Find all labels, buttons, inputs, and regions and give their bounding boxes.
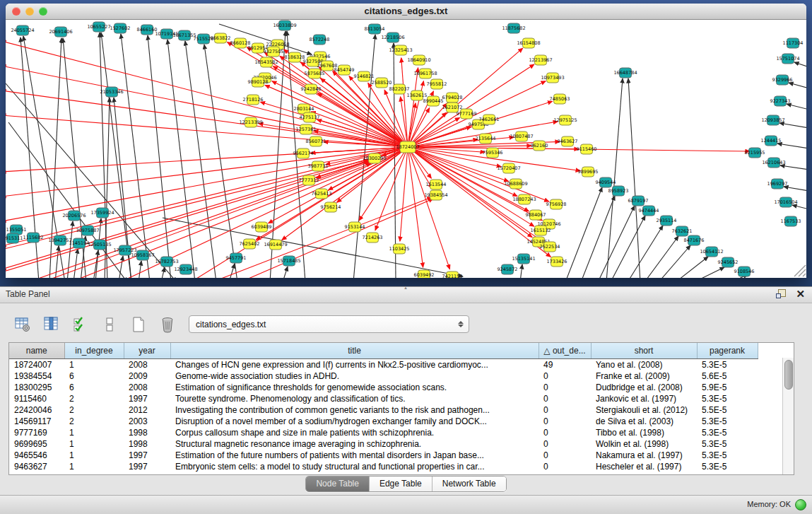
table-cell[interactable]: Stergiakouli et al. (2012) xyxy=(591,404,697,416)
table-cell[interactable]: 0 xyxy=(539,404,591,416)
graph-node[interactable]: 11875682 xyxy=(502,23,525,33)
table-cell[interactable]: 5.3E-5 xyxy=(697,461,758,472)
graph-node[interactable]: 10973493 xyxy=(541,73,564,83)
table-cell[interactable]: 5.3E-5 xyxy=(697,450,758,461)
table-cell[interactable]: Hescheler et al. (1997) xyxy=(591,461,697,472)
graph-node[interactable]: 7214263 xyxy=(363,233,383,243)
table-cell[interactable]: 0 xyxy=(539,438,591,450)
graph-node[interactable]: 9245652 xyxy=(718,257,739,267)
graph-node[interactable]: 12325413 xyxy=(389,45,412,55)
table-cell[interactable]: 5.3E-5 xyxy=(697,427,758,438)
graph-node[interactable]: 9245872 xyxy=(498,264,518,274)
table-row[interactable]: 1456911722003Disruption of a novel membe… xyxy=(9,416,758,427)
table-cell[interactable]: 2 xyxy=(64,393,124,404)
graph-node[interactable]: 8813054 xyxy=(365,24,385,34)
graph-node[interactable]: 8466160 xyxy=(137,25,158,35)
graph-node[interactable]: 16648784 xyxy=(613,68,637,78)
graph-node[interactable]: 20206576 xyxy=(62,211,86,221)
graph-node[interactable]: 8572248 xyxy=(310,35,330,45)
graph-node[interactable]: 21053346 xyxy=(100,87,123,97)
close-panel-icon[interactable]: ✕ xyxy=(796,288,805,300)
graph-node[interactable]: 8471676 xyxy=(684,235,705,245)
table-cell[interactable]: Nakamura et al. (1997) xyxy=(591,450,697,461)
table-cell[interactable]: 9465546 xyxy=(9,450,64,461)
table-cell[interactable]: 2012 xyxy=(124,404,170,416)
close-window-icon[interactable] xyxy=(12,7,20,16)
table-cell[interactable]: Investigating the contribution of common… xyxy=(170,404,539,416)
graph-node[interactable]: 1117304 xyxy=(783,38,804,48)
column-header-out_de[interactable]: △ out_de... xyxy=(539,343,591,359)
table-mode-icon[interactable] xyxy=(13,315,33,334)
scrollbar-thumb[interactable] xyxy=(784,360,793,390)
table-cell[interactable]: Estimation of significance thresholds fo… xyxy=(170,382,539,393)
graph-node[interactable]: 9329966 xyxy=(772,75,793,85)
graph-node[interactable]: 2935114 xyxy=(657,216,677,226)
table-cell[interactable]: Estimation of the future numbers of pati… xyxy=(170,450,539,461)
graph-node[interactable]: 9899695 xyxy=(578,167,599,177)
graph-node[interactable]: 8215955 xyxy=(745,148,765,158)
table-row[interactable]: 969969511998Structural magnetic resonanc… xyxy=(9,438,758,450)
table-cell[interactable]: 1 xyxy=(64,427,124,438)
table-cell[interactable]: Tourette syndrome. Phenomenology and cla… xyxy=(170,393,539,404)
graph-node[interactable]: 12213967 xyxy=(529,55,552,65)
graph-node[interactable]: 962160 xyxy=(531,141,548,151)
table-cell[interactable]: 0 xyxy=(539,416,591,427)
network-graph[interactable]: 1872400718300295966382286601288912954222… xyxy=(6,20,806,278)
table-cell[interactable]: Jankovic et al. (1997) xyxy=(591,393,697,404)
graph-node[interactable]: 6879197 xyxy=(628,196,649,206)
graph-node[interactable]: 1103425 xyxy=(389,244,410,254)
unselect-all-columns-icon[interactable] xyxy=(100,315,119,334)
graph-node[interactable]: 9227343 xyxy=(770,96,791,106)
table-cell[interactable]: 2008 xyxy=(124,382,170,393)
graph-node[interactable]: 12218506 xyxy=(381,33,404,42)
table-cell[interactable]: Corpus callosum shape and size in male p… xyxy=(170,427,539,438)
table-cell[interactable]: Changes of HCN gene expression and I(f) … xyxy=(170,359,539,371)
table-row[interactable]: 2242004622012Investigating the contribut… xyxy=(9,404,758,416)
table-cell[interactable]: 5.5E-5 xyxy=(697,404,758,416)
table-row[interactable]: 946362711997Embryonic stem cells: a mode… xyxy=(9,461,758,472)
table-cell[interactable]: Tibbo et al. (1998) xyxy=(591,427,697,438)
graph-node[interactable]: 6039492 xyxy=(414,270,435,278)
table-row[interactable]: 1830029562008Estimation of significance … xyxy=(9,382,758,393)
graph-node[interactable]: 1513544 xyxy=(426,180,447,189)
table-cell[interactable]: 0 xyxy=(539,393,591,404)
graph-node[interactable]: 7485063 xyxy=(550,94,570,104)
graph-node[interactable]: 12505135 xyxy=(88,240,111,250)
table-scrollbar[interactable] xyxy=(782,358,794,474)
resize-grip-icon[interactable] xyxy=(794,265,806,276)
table-cell[interactable]: 2 xyxy=(64,404,124,416)
graph-node[interactable]: 17359924 xyxy=(90,208,114,218)
graph-node[interactable]: 1244415 xyxy=(761,136,782,146)
table-cell[interactable]: 1997 xyxy=(124,461,170,472)
network-canvas[interactable]: 1872400718300295966382286601288912954222… xyxy=(6,20,806,278)
graph-node[interactable]: 10654112 xyxy=(700,247,723,257)
graph-node[interactable]: 24055724 xyxy=(11,25,34,35)
select-all-columns-icon[interactable] xyxy=(71,315,90,334)
table-cell[interactable]: 49 xyxy=(539,359,591,371)
memory-status-indicator-icon[interactable] xyxy=(795,499,806,510)
table-cell[interactable]: 6 xyxy=(64,370,124,382)
table-cell[interactable]: 5.3E-5 xyxy=(697,416,758,427)
table-cell[interactable]: 1998 xyxy=(124,438,170,450)
graph-node[interactable]: 15135141 xyxy=(512,254,535,264)
graph-node[interactable]: 16782753 xyxy=(155,257,178,267)
create-column-icon[interactable] xyxy=(129,315,148,334)
table-cell[interactable]: 1 xyxy=(64,359,124,371)
table-cell[interactable]: 19384554 xyxy=(9,370,64,382)
table-selector-dropdown[interactable]: citations_edges.txt xyxy=(189,315,469,333)
zoom-window-icon[interactable] xyxy=(39,7,47,16)
table-cell[interactable]: 9463627 xyxy=(9,461,64,472)
graph-node[interactable]: 9108546 xyxy=(734,267,755,276)
graph-node[interactable]: 1733426 xyxy=(547,257,567,267)
table-cell[interactable]: 5.9E-5 xyxy=(697,382,758,393)
table-cell[interactable]: 1 xyxy=(64,450,124,461)
graph-node[interactable]: 10807487 xyxy=(510,132,533,141)
table-cell[interactable]: 0 xyxy=(539,450,591,461)
graph-node[interactable]: 15720407 xyxy=(497,163,520,173)
graph-node[interactable]: 12213399 xyxy=(239,117,262,127)
window-titlebar[interactable]: citations_edges.txt xyxy=(6,4,806,20)
column-header-pagerank[interactable]: pagerank xyxy=(697,343,758,359)
table-cell[interactable]: de Silva et al. (2003) xyxy=(591,416,697,427)
delete-column-icon[interactable] xyxy=(158,315,177,334)
table-row[interactable]: 1872400712008Changes of HCN gene express… xyxy=(9,359,758,371)
